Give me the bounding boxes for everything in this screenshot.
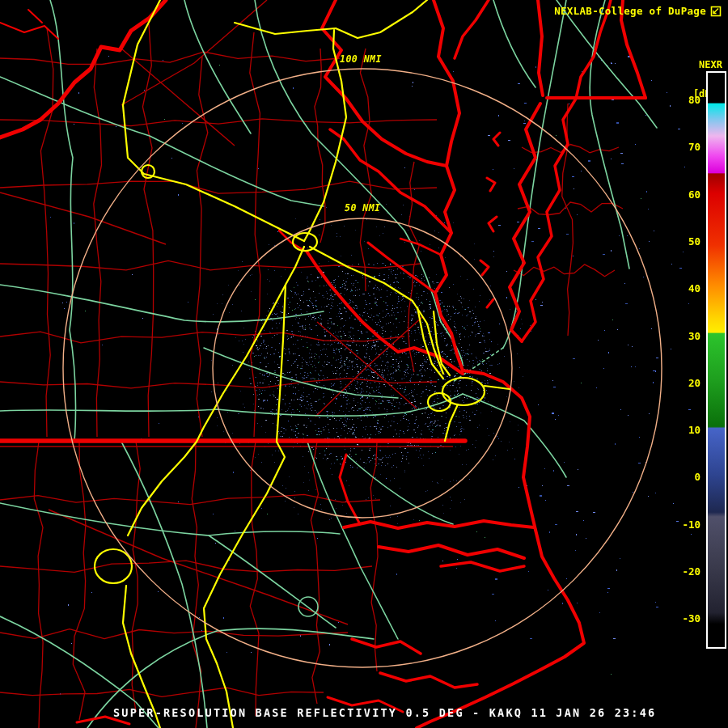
colorbar-tick: 60	[688, 189, 700, 201]
county-border	[94, 49, 102, 437]
range-ring-50-label: 50 NMI	[345, 202, 381, 214]
colorbar-tick: 30	[688, 331, 700, 342]
county-border	[0, 494, 380, 504]
colorbar-tick: 70	[688, 142, 700, 153]
colorbar-gradient	[708, 73, 725, 647]
county-border	[518, 202, 623, 215]
colorbar-tick: -30	[682, 613, 700, 624]
roads-layer	[0, 0, 657, 728]
colorbar-tick: 80	[688, 95, 700, 106]
colorbar-ticks: 80706050403020100-10-20-30	[658, 0, 700, 728]
county-border	[73, 442, 86, 720]
range-rings	[63, 69, 662, 667]
county-border	[142, 24, 153, 437]
county-border	[0, 688, 324, 696]
colorbar-tick: 10	[688, 425, 700, 436]
county-border	[522, 145, 619, 153]
county-border	[250, 32, 260, 437]
county-border	[0, 379, 437, 388]
county-border	[0, 260, 421, 270]
colorbar	[706, 71, 726, 649]
colorbar-tick: 0	[694, 472, 700, 483]
base-map	[0, 0, 728, 728]
colorbar-tick: 40	[688, 283, 700, 294]
colorbar-tick: 20	[688, 378, 700, 389]
colorbar-tick: 50	[688, 236, 700, 248]
county-borders-layer	[0, 24, 623, 728]
external-link-icon	[710, 6, 722, 17]
colorbar-tick: -20	[682, 566, 700, 578]
range-ring-100-label: 100 NMI	[340, 53, 382, 65]
county-border	[514, 265, 615, 277]
radar-display: NEXLAB-College of DuPage NEXR [dBZ] 8070…	[0, 0, 728, 728]
product-caption: SUPER-RESOLUTION BASE REFLECTIVITY 0.5 D…	[113, 706, 631, 719]
county-border	[360, 49, 371, 291]
county-border	[0, 332, 404, 343]
range-ring-100nmi	[63, 69, 662, 667]
county-border	[192, 442, 201, 728]
county-border	[250, 442, 259, 716]
colorbar-tick: -10	[682, 519, 700, 531]
county-border	[40, 28, 53, 437]
county-border	[408, 162, 419, 372]
county-border	[34, 442, 43, 728]
